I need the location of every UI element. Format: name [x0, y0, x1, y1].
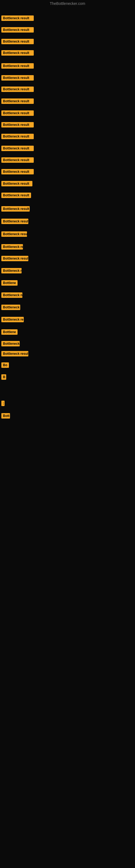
site-title: TheBottlenecker.com [0, 1, 135, 6]
bottleneck-result-badge: Bottleneck result [1, 87, 34, 92]
bottleneck-result-badge: Bottleneck result [1, 157, 34, 163]
bottleneck-result-badge: Bottleneck result [1, 206, 30, 212]
bottleneck-result-badge: Bottleneck result [1, 39, 34, 44]
bottleneck-result-badge: Bottleneck result [1, 169, 34, 175]
bottleneck-result-badge: Bottleneck result [1, 219, 28, 224]
bottleneck-result-badge: Bottleneck result [1, 146, 34, 151]
bottleneck-result-badge: Bottleneck result [1, 193, 31, 198]
bottleneck-result-badge: Bottleneck n [1, 292, 22, 298]
bottleneck-result-badge: Bottlene [1, 280, 17, 286]
bottleneck-result-badge: Bottleneck result [1, 181, 32, 186]
bottleneck-result-badge: Bottleneck result [1, 256, 28, 261]
bottleneck-result-badge: : [1, 401, 5, 406]
bottleneck-result-badge: Bottleneck r [1, 268, 21, 273]
bottleneck-result-badge: Bottlene [1, 329, 17, 335]
bottleneck-result-badge: Bottleneck [1, 341, 20, 346]
bottleneck-result-badge: Bottleneck result [1, 50, 34, 56]
bottleneck-result-badge: Bo [1, 362, 9, 368]
bottleneck-result-badge: Bottleneck re [1, 317, 24, 322]
bottleneck-result-badge: Bottleneck result [1, 27, 34, 33]
bottleneck-result-badge: Bottleneck result [1, 16, 34, 21]
bottleneck-result-badge: Bottleneck result [1, 122, 34, 127]
bottleneck-result-badge: Bottleneck result [1, 231, 27, 237]
bottleneck-result-badge: Bottleneck result [1, 63, 34, 69]
bottleneck-result-badge: Bottleneck result [1, 351, 28, 356]
bottleneck-result-badge: Bottleneck result [1, 75, 34, 81]
bottleneck-result-badge: Bottleneck result [1, 98, 34, 104]
bottleneck-result-badge: Bott [1, 413, 10, 418]
bottleneck-result-badge: Bottleneck [1, 305, 20, 310]
bottleneck-result-badge: B [1, 374, 6, 380]
bottleneck-result-badge: Bottleneck result [1, 111, 34, 116]
bottleneck-result-badge: Bottleneck re [1, 244, 23, 250]
bottleneck-result-badge: Bottleneck result [1, 134, 34, 139]
